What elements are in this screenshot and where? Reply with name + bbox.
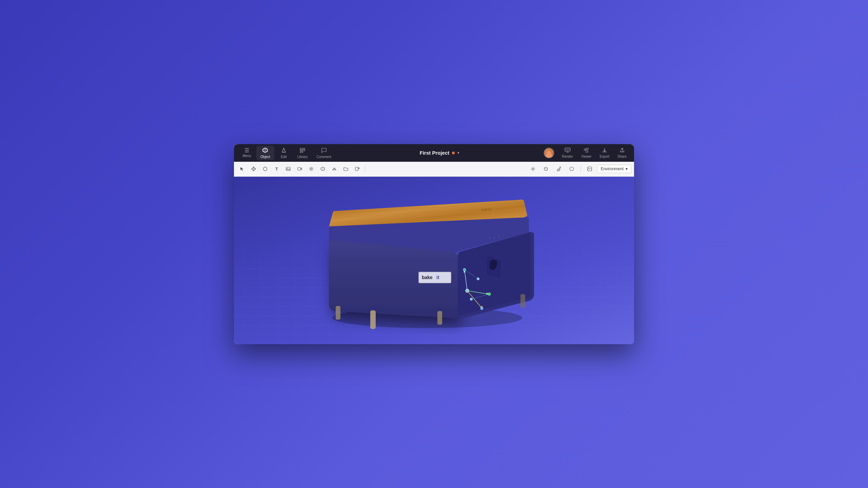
edit-label: Edit <box>281 155 287 159</box>
library-icon <box>299 147 305 154</box>
svg-rect-11 <box>355 167 358 171</box>
nav-item-comment[interactable]: Comment <box>312 146 335 160</box>
environment-icon-btn[interactable] <box>584 163 595 174</box>
environment-label: Environment <box>601 167 624 171</box>
svg-point-84 <box>480 307 483 310</box>
viewer-label: Viewer <box>581 155 591 158</box>
svg-rect-59 <box>520 294 525 308</box>
project-title: First Project <box>420 150 450 156</box>
share-icon <box>619 148 625 154</box>
nav-center: First Project ▾ <box>335 150 544 156</box>
svg-point-61 <box>340 293 341 295</box>
image-tool[interactable] <box>283 163 294 174</box>
svg-text:bake: bake <box>422 275 433 280</box>
export-label: Export <box>599 155 609 158</box>
svg-rect-58 <box>437 311 442 325</box>
transform-tool[interactable] <box>528 163 538 174</box>
svg-rect-6 <box>286 167 290 171</box>
environment-selector[interactable]: Environment ▾ <box>597 165 631 173</box>
share-label: Share <box>617 155 627 158</box>
svg-text:it: it <box>436 275 439 280</box>
object-icon <box>262 147 268 154</box>
svg-point-10 <box>322 168 323 170</box>
svg-point-71 <box>498 235 500 237</box>
svg-point-14 <box>570 167 573 171</box>
share-button[interactable]: Share <box>614 146 630 160</box>
export-button[interactable]: Export <box>596 146 613 160</box>
circle-tool[interactable] <box>566 163 577 174</box>
svg-point-66 <box>343 295 345 296</box>
environment-dropdown-arrow: ▾ <box>626 167 628 171</box>
nav-item-object[interactable]: Object <box>256 146 274 160</box>
viewer-button[interactable]: Viewer <box>578 146 595 160</box>
comment-icon <box>321 147 327 154</box>
svg-point-65 <box>343 292 345 293</box>
svg-rect-1 <box>300 150 305 151</box>
render-button[interactable]: Render <box>558 146 576 160</box>
light-tool[interactable] <box>306 163 317 174</box>
svg-point-12 <box>532 168 534 170</box>
toolbar-right: Environment ▾ <box>528 163 631 174</box>
svg-point-7 <box>287 168 288 169</box>
toolbar-separator-1 <box>365 165 365 172</box>
viewer-icon <box>583 148 589 154</box>
svg-point-69 <box>489 237 491 239</box>
paint-tool[interactable] <box>553 163 564 174</box>
project-dropdown-arrow: ▾ <box>457 151 459 155</box>
svg-text:bakeit: bakeit <box>481 207 491 212</box>
svg-rect-60 <box>370 310 376 329</box>
menu-icon: ☰ <box>244 148 249 153</box>
nav-right: Render Viewer <box>544 146 630 160</box>
svg-point-64 <box>340 304 341 305</box>
3d-object: bakeit <box>305 186 563 341</box>
object-label: Object <box>260 155 270 159</box>
library-label: Library <box>297 155 308 159</box>
status-dot <box>452 152 455 154</box>
svg-rect-0 <box>300 148 305 149</box>
folder-tool[interactable] <box>340 163 351 174</box>
svg-rect-2 <box>300 152 303 153</box>
svg-point-68 <box>343 302 345 303</box>
text-tool[interactable]: T <box>271 163 282 174</box>
svg-point-63 <box>340 300 341 301</box>
object-mode-tool[interactable] <box>260 163 271 174</box>
app-window: ☰ Menu Object E <box>234 144 634 344</box>
nav-item-edit[interactable]: Edit <box>275 146 293 160</box>
svg-point-70 <box>494 236 495 238</box>
export-tool-btn[interactable] <box>352 163 363 174</box>
toolbar: T <box>234 162 634 177</box>
video-tool[interactable] <box>294 163 305 174</box>
svg-rect-8 <box>298 168 301 170</box>
svg-point-16 <box>588 168 589 169</box>
nav-item-library[interactable]: Library <box>293 146 312 160</box>
svg-point-13 <box>544 167 548 171</box>
svg-point-67 <box>343 298 345 300</box>
svg-point-62 <box>340 297 341 298</box>
render-label: Render <box>562 155 573 158</box>
top-nav: ☰ Menu Object E <box>234 144 634 162</box>
material-tool[interactable] <box>329 163 340 174</box>
nav-left: ☰ Menu Object E <box>238 146 335 160</box>
select-tool[interactable] <box>237 163 248 174</box>
svg-rect-57 <box>336 306 340 319</box>
avatar-face <box>544 148 554 158</box>
viewport[interactable]: bakeit <box>234 177 634 344</box>
svg-point-9 <box>311 168 312 170</box>
move-tool[interactable] <box>248 163 259 174</box>
material-ball-tool[interactable] <box>540 163 551 174</box>
edit-icon <box>281 147 287 154</box>
menu-button[interactable]: ☰ Menu <box>238 147 256 159</box>
toolbar-separator-2 <box>580 165 581 172</box>
avatar[interactable] <box>544 148 554 158</box>
comment-label: Comment <box>316 155 331 159</box>
decal-tool[interactable] <box>317 163 328 174</box>
render-icon <box>565 148 571 154</box>
svg-rect-4 <box>566 149 570 151</box>
export-icon <box>602 148 607 154</box>
project-name-display[interactable]: First Project ▾ <box>420 150 459 156</box>
svg-point-5 <box>253 169 254 170</box>
menu-label: Menu <box>242 154 251 158</box>
